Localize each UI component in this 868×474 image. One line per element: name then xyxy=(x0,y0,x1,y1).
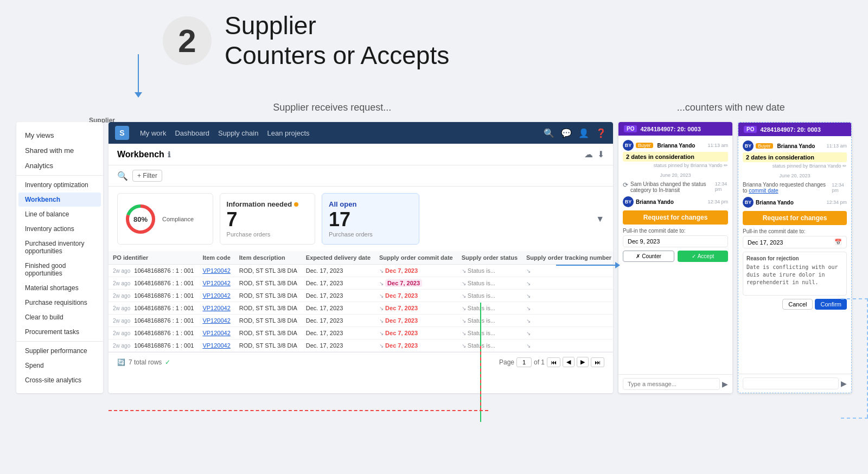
cell-po: 2w ago 10648168876 : 1 : 001 xyxy=(108,315,198,327)
cell-item-code[interactable]: VP120042 xyxy=(198,302,234,315)
cell-item-code[interactable]: VP120042 xyxy=(198,340,234,352)
reason-textarea[interactable]: Date is conflicting with our duis aute i… xyxy=(746,264,843,291)
cell-item-code[interactable]: VP120042 xyxy=(198,290,234,302)
sidebar-item-clear-build[interactable]: Clear to build xyxy=(18,310,101,324)
right-avatar-1: BY xyxy=(743,140,754,151)
user-icon[interactable]: 👤 xyxy=(578,128,589,138)
search-icon-filter[interactable]: 🔍 xyxy=(117,171,128,181)
chat-icon[interactable]: 💬 xyxy=(561,128,572,138)
cell-tracking: ↘ xyxy=(522,327,613,340)
table-row[interactable]: 2w ago 10648168876 : 1 : 001 VP120042 RO… xyxy=(108,315,613,327)
right-date-divider: June 20, 2023 xyxy=(743,173,847,178)
cell-delivery: Dec. 17, 2023 xyxy=(302,340,375,352)
cell-tracking: ↘ xyxy=(522,290,613,302)
commit-change-time: 12:34 pm xyxy=(832,182,847,193)
cell-tracking: ↘ xyxy=(522,265,613,277)
page-input[interactable] xyxy=(516,357,532,367)
download-icon[interactable]: ⬇ xyxy=(597,149,604,159)
supplier-chat-panel: PO 4284184907: 20: 0003 BY Buyer Brianna… xyxy=(618,122,732,393)
filter-button[interactable]: + Filter xyxy=(132,170,162,182)
commit-change-msg: Brianna Yando requested changes to commi… xyxy=(743,182,847,194)
right-commit-date[interactable]: Dec 17, 2023 📅 xyxy=(743,236,847,248)
counter-button[interactable]: ✗Counter xyxy=(623,251,674,262)
prev-page-btn[interactable]: ◀ xyxy=(563,357,575,367)
cell-commit: ↘ Dec 7, 2023 xyxy=(375,290,457,302)
right-msg-time: 11:13 am xyxy=(826,143,847,149)
search-icon[interactable]: 🔍 xyxy=(544,128,554,138)
accept-button[interactable]: ✓Accept xyxy=(678,251,728,262)
help-icon[interactable]: ❓ xyxy=(596,128,607,138)
cell-status: ↘ Status is... xyxy=(457,277,522,290)
info-needed-count: 7 xyxy=(227,208,309,231)
nav-lean-projects[interactable]: Lean projects xyxy=(267,127,309,139)
cell-desc: ROD, ST STL 3/8 DIA xyxy=(235,265,302,277)
right-chat-input[interactable] xyxy=(743,377,839,389)
workbench-panel: S My work Dashboard Supply chain Lean pr… xyxy=(108,122,613,393)
chevron-down-icon[interactable]: ▼ xyxy=(596,214,604,224)
right-po-number: 4284184907: 20: 0003 xyxy=(760,126,820,133)
right-chat-panel: PO 4284184907: 20: 0003 BY Buyer Brianna… xyxy=(738,122,852,393)
commit-date-link[interactable]: commit date xyxy=(749,188,778,194)
info-needed-sub: Purchase orders xyxy=(227,231,309,238)
confirm-button[interactable]: Confirm xyxy=(815,299,847,310)
refresh-icon[interactable]: 🔄 xyxy=(117,358,125,366)
commit-date-box[interactable]: Dec 9, 2023 xyxy=(623,235,728,247)
sidebar-item-my-views[interactable]: My views xyxy=(18,128,101,143)
nav-my-work[interactable]: My work xyxy=(140,127,166,139)
right-pull-in-label: Pull-in the commit date to: xyxy=(743,228,847,234)
table-row[interactable]: 2w ago 10648168876 : 1 : 001 VP120042 RO… xyxy=(108,265,613,277)
nav-supply-chain[interactable]: Supply chain xyxy=(218,127,258,139)
table-row[interactable]: 2w ago 10648168876 : 1 : 001 VP120042 RO… xyxy=(108,302,613,315)
upload-icon[interactable]: ☁ xyxy=(584,149,593,159)
chat-input[interactable] xyxy=(623,378,720,390)
sidebar-item-inventory-opt[interactable]: Inventory optimization xyxy=(18,178,101,192)
next-page-btn[interactable]: ▶ xyxy=(577,357,589,367)
table-row[interactable]: 2w ago 10648168876 : 1 : 001 VP120042 RO… xyxy=(108,290,613,302)
cell-item-code[interactable]: VP120042 xyxy=(198,265,234,277)
cell-po: 2w ago 10648168876 : 1 : 001 xyxy=(108,340,198,352)
sidebar-item-material-shortages[interactable]: Material shortages xyxy=(18,281,101,295)
cell-item-code[interactable]: VP120042 xyxy=(198,315,234,327)
sidebar-item-purchased-inv[interactable]: Purchased inventory opportunities xyxy=(18,236,101,258)
right-send-button[interactable]: ▶ xyxy=(841,379,847,388)
right-msg-name: Brianna Yando xyxy=(777,143,815,149)
table-row[interactable]: 2w ago 10648168876 : 1 : 001 VP120042 RO… xyxy=(108,340,613,352)
sidebar-item-spend[interactable]: Spend xyxy=(18,358,101,373)
cell-desc: ROD, ST STL 3/8 DIA xyxy=(235,327,302,340)
of-label: of 1 xyxy=(534,358,545,366)
page-label: Page xyxy=(499,358,514,366)
table-row[interactable]: 2w ago 10648168876 : 1 : 001 VP120042 RO… xyxy=(108,277,613,290)
cell-desc: ROD, ST STL 3/8 DIA xyxy=(235,290,302,302)
all-open-card[interactable]: All open 17 Purchase orders xyxy=(322,193,419,245)
cell-commit: ↘ Dec 7, 2023 xyxy=(375,340,457,352)
col-po-identifier: PO identifier xyxy=(108,251,198,265)
last-page-btn[interactable]: ⏭ xyxy=(591,357,604,367)
cell-commit: ↘ Dec 7, 2023 xyxy=(375,277,457,290)
col-item-code: Item code xyxy=(198,251,234,265)
request-changes-btn: Request for changes xyxy=(623,210,728,225)
calendar-icon[interactable]: 📅 xyxy=(834,239,842,246)
sidebar-item-finished-good[interactable]: Finished good opportunities xyxy=(18,259,101,280)
right-avatar-2: BY xyxy=(743,197,754,208)
sidebar-item-purchase-req[interactable]: Purchase requisitions xyxy=(18,296,101,310)
send-button[interactable]: ▶ xyxy=(722,380,728,388)
cell-item-code[interactable]: VP120042 xyxy=(198,277,234,290)
all-open-count: 17 xyxy=(329,208,412,231)
sidebar-item-line-balance[interactable]: Line of balance xyxy=(18,207,101,221)
sidebar-item-analytics[interactable]: Analytics xyxy=(18,158,101,173)
sidebar-item-shared-with-me[interactable]: Shared with me xyxy=(18,143,101,158)
sidebar-item-cross-site[interactable]: Cross-site analytics xyxy=(18,373,101,387)
sidebar-item-workbench[interactable]: Workbench xyxy=(18,193,101,207)
cell-item-code[interactable]: VP120042 xyxy=(198,327,234,340)
msg-time: 11:13 am xyxy=(707,143,728,148)
date-divider: June 20, 2023 xyxy=(623,172,728,178)
cancel-button[interactable]: Cancel xyxy=(782,299,813,310)
sidebar-item-procurement[interactable]: Procurement tasks xyxy=(18,325,101,339)
sidebar-item-supplier-perf[interactable]: Supplier performance xyxy=(18,344,101,358)
sidebar-item-inventory-actions[interactable]: Inventory actions xyxy=(18,222,101,236)
table-row[interactable]: 2w ago 10648168876 : 1 : 001 VP120042 RO… xyxy=(108,327,613,340)
first-page-btn[interactable]: ⏮ xyxy=(547,357,560,367)
nav-dashboard[interactable]: Dashboard xyxy=(175,127,209,139)
info-needed-card[interactable]: Information needed 7 Purchase orders xyxy=(220,193,316,245)
cell-delivery: Dec. 17, 2023 xyxy=(302,327,375,340)
